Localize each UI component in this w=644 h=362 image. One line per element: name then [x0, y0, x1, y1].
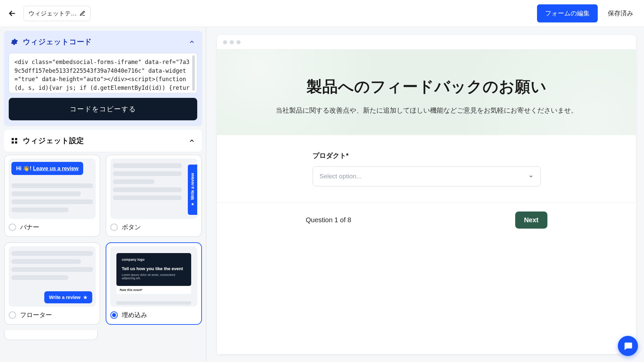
saved-status-button[interactable]: 保存済み: [601, 4, 640, 22]
tile-label-floater: フローター: [20, 311, 52, 319]
widget-tile-button[interactable]: Write a review ★ ボタン: [106, 155, 202, 237]
widget-settings-title: ウィジェット設定: [23, 136, 84, 146]
widget-code-header[interactable]: ウィジェットコード: [4, 31, 202, 53]
widget-code-title: ウィジェットコード: [23, 37, 92, 47]
gear-icon: [11, 38, 18, 46]
form-body: プロダクト* Select option...: [217, 135, 636, 202]
form-title: 製品へのフィードバックのお願い: [230, 76, 623, 97]
preview-pane: 製品へのフィードバックのお願い 当社製品に関する改善点や、新たに追加してほしい機…: [206, 27, 644, 362]
form-description: 当社製品に関する改善点や、新たに追加してほしい機能などご意見をお気軽にお寄せくだ…: [230, 106, 623, 115]
form-footer: Question 1 of 8 Next: [217, 202, 636, 237]
tile-preview-embed: company logo Tell us how you like the ev…: [110, 246, 197, 307]
floater-badge: Write a review★: [44, 291, 92, 303]
chat-fab[interactable]: [618, 336, 638, 356]
traffic-light-dot: [223, 40, 227, 44]
tile-preview-floater: Write a review★: [9, 246, 96, 307]
tile-label-banner: バナー: [20, 223, 39, 232]
widget-title-text: ウィジェットテ…: [29, 9, 77, 17]
form-hero: 製品へのフィードバックのお願い 当社製品に関する改善点や、新たに追加してほしい機…: [217, 50, 636, 135]
widget-tile-embed[interactable]: company logo Tell us how you like the ev…: [106, 242, 202, 325]
chevron-down-icon: [528, 174, 534, 179]
widget-tile-floater[interactable]: Write a review★ フローター: [4, 242, 100, 325]
radio-button[interactable]: [110, 224, 118, 231]
tile-label-embed: 埋め込み: [122, 311, 147, 319]
widget-type-grid: Hi 👋! Leave us a review バナー Write a revi…: [0, 155, 206, 325]
sidebar: ウィジェットコード <div class="embedsocial-forms-…: [0, 27, 206, 362]
traffic-light-dot: [236, 40, 240, 44]
svg-rect-1: [15, 138, 17, 140]
svg-rect-3: [15, 141, 17, 143]
next-button[interactable]: Next: [515, 212, 547, 229]
field-label-product: プロダクト*: [313, 151, 541, 160]
widget-title-chip[interactable]: ウィジェットテ…: [23, 6, 91, 21]
side-tab-badge: Write a review ★: [188, 165, 197, 215]
pencil-icon: [79, 10, 86, 16]
chevron-up-icon: [189, 137, 195, 144]
arrow-left-icon: [8, 9, 16, 18]
widget-code-card: ウィジェットコード <div class="embedsocial-forms-…: [4, 31, 202, 126]
widget-settings-card: ウィジェット設定: [4, 130, 202, 152]
banner-badge: Hi 👋! Leave us a review: [11, 162, 83, 175]
embed-code-box[interactable]: <div class="embedsocial-forms-iframe" da…: [9, 53, 197, 93]
tile-label-button: ボタン: [122, 223, 141, 232]
radio-banner[interactable]: [9, 224, 16, 231]
grid-icon: [11, 137, 18, 144]
svg-rect-0: [12, 138, 14, 140]
chevron-up-icon: [189, 39, 195, 45]
select-placeholder: Select option...: [320, 173, 362, 180]
radio-embed[interactable]: [110, 311, 118, 319]
copy-code-button[interactable]: コードをコピーする: [9, 98, 197, 120]
back-button[interactable]: [4, 5, 20, 21]
browser-frame: 製品へのフィードバックのお願い 当社製品に関する改善点や、新たに追加してほしい機…: [217, 35, 636, 354]
product-select[interactable]: Select option...: [313, 166, 541, 186]
svg-rect-2: [12, 141, 14, 143]
radio-floater[interactable]: [9, 311, 16, 319]
widget-tile-banner[interactable]: Hi 👋! Leave us a review バナー: [4, 155, 100, 237]
tile-preview-banner: Hi 👋! Leave us a review: [9, 159, 96, 219]
traffic-light-dot: [230, 40, 234, 44]
browser-bar: [217, 35, 636, 50]
widget-settings-header[interactable]: ウィジェット設定: [4, 130, 202, 152]
chat-icon: [623, 341, 633, 351]
edit-form-button[interactable]: フォームの編集: [537, 4, 598, 22]
top-bar: ウィジェットテ… フォームの編集 保存済み: [0, 0, 644, 27]
tile-preview-button: Write a review ★: [110, 159, 197, 219]
question-counter: Question 1 of 8: [306, 216, 352, 224]
